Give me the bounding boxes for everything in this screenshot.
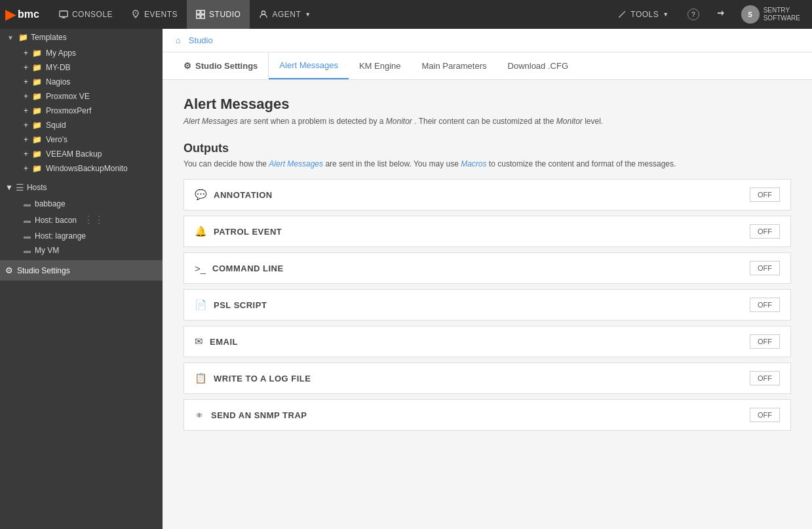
svg-point-3 xyxy=(135,12,136,14)
snmp-trap-icon: ⧧ xyxy=(195,410,204,421)
write-to-log-toggle-button[interactable]: OFF xyxy=(750,371,780,385)
sidebar-item-nagios[interactable]: + 📁 Nagios xyxy=(0,75,163,89)
outputs-desc-mid: are sent in the list below. You may use xyxy=(325,159,461,168)
output-row-write-to-log: 📋 WRITE TO A LOG FILE OFF xyxy=(184,362,791,394)
veeam-expand[interactable]: + xyxy=(24,149,28,159)
sidebar-host-my-vm[interactable]: ▬ My VM xyxy=(0,243,163,258)
top-navigation: ▶ bmc CONSOLE EVENTS STUDIO AGENT ▼ TOOL… xyxy=(0,0,812,29)
hosts-expand[interactable]: ▼ xyxy=(5,183,13,192)
sidebar-item-windows-backup[interactable]: + 📁 WindowsBackupMonito xyxy=(0,161,163,176)
sidebar-item-proxmox-perf[interactable]: + 📁 ProxmoxPerf xyxy=(0,104,163,118)
annotation-icon: 💬 xyxy=(195,189,207,201)
proxmox-ve-label: Proxmox VE xyxy=(46,92,90,101)
help-button[interactable]: ? xyxy=(681,0,706,29)
tab-studio-settings[interactable]: ⚙ Studio Settings xyxy=(173,53,269,79)
bacon-label: Host: bacon xyxy=(35,216,77,225)
desc-mid: are sent when a problem is detected by a xyxy=(240,117,386,126)
psl-script-toggle-button[interactable]: OFF xyxy=(750,298,780,312)
sidebar-item-proxmox-ve[interactable]: + 📁 Proxmox VE xyxy=(0,89,163,104)
svg-point-8 xyxy=(262,11,265,14)
my-db-label: MY-DB xyxy=(46,63,71,72)
nav-studio-label: STUDIO xyxy=(209,10,241,19)
command-line-icon: >_ xyxy=(195,263,206,274)
proxmox-perf-expand[interactable]: + xyxy=(24,106,28,115)
squid-expand[interactable]: + xyxy=(24,121,28,130)
sidebar-templates[interactable]: ▼ 📁 Templates xyxy=(0,29,163,46)
babbage-icon: ▬ xyxy=(24,200,31,208)
tab-km-engine[interactable]: KM Engine xyxy=(349,53,412,79)
drag-handle-bacon[interactable]: ⋮⋮ xyxy=(81,214,107,226)
alert-messages-term: Alert Messages xyxy=(184,117,238,126)
sidebar-item-veros[interactable]: + 📁 Vero's xyxy=(0,132,163,147)
nav-agent-label: AGENT xyxy=(272,10,301,19)
template-children: + 📁 My Apps + 📁 MY-DB + 📁 Nagios + 📁 Pro… xyxy=(0,46,163,176)
main-content: ⌂ Studio ⚙ Studio Settings Alert Message… xyxy=(163,29,812,529)
sidebar-host-babbage[interactable]: ▬ babbage xyxy=(0,197,163,211)
tab-alert-messages[interactable]: Alert Messages xyxy=(269,52,349,79)
desc-suffix: level. xyxy=(585,117,603,126)
macros-term: Macros xyxy=(461,159,486,168)
page-description: Alert Messages are sent when a problem i… xyxy=(184,117,791,126)
nav-console[interactable]: CONSOLE xyxy=(50,0,122,29)
windows-backup-expand[interactable]: + xyxy=(24,164,28,173)
nav-tools[interactable]: TOOLS ▼ xyxy=(608,0,678,29)
sidebar-hosts[interactable]: ▼ ☰ Hosts xyxy=(0,178,163,197)
veeam-folder-icon: 📁 xyxy=(32,149,42,159)
lagrange-label: Host: lagrange xyxy=(35,231,86,241)
email-toggle-button[interactable]: OFF xyxy=(750,334,780,349)
svg-rect-6 xyxy=(197,15,200,18)
hosts-children: ▬ babbage ▬ Host: bacon ⋮⋮ ▬ Host: lagra… xyxy=(0,197,163,258)
command-line-toggle-button[interactable]: OFF xyxy=(750,261,780,275)
veros-expand[interactable]: + xyxy=(24,135,28,144)
page-content-area: Alert Messages Alert Messages are sent w… xyxy=(163,80,812,452)
monitor-term2: Monitor xyxy=(556,117,583,126)
output-row-annotation: 💬 ANNOTATION OFF xyxy=(184,179,791,210)
nav-events[interactable]: EVENTS xyxy=(122,0,187,29)
breadcrumb-studio-link[interactable]: Studio xyxy=(189,35,213,45)
tab-main-parameters[interactable]: Main Parameters xyxy=(412,53,497,79)
home-icon[interactable]: ⌂ xyxy=(176,35,181,45)
snmp-trap-toggle-button[interactable]: OFF xyxy=(750,408,780,422)
app-logo[interactable]: ▶ bmc xyxy=(5,7,39,22)
nagios-label: Nagios xyxy=(46,77,70,87)
my-db-folder-icon: 📁 xyxy=(32,63,42,72)
share-button[interactable] xyxy=(708,0,732,29)
my-db-expand[interactable]: + xyxy=(24,63,28,72)
help-icon: ? xyxy=(687,9,699,20)
sidebar-item-my-apps[interactable]: + 📁 My Apps xyxy=(0,46,163,60)
sidebar-studio-settings[interactable]: ⚙ Studio Settings xyxy=(0,260,163,281)
templates-label: Templates xyxy=(31,33,157,42)
patrol-event-icon: 🔔 xyxy=(195,225,207,237)
settings-gear-icon-tab: ⚙ xyxy=(184,61,191,71)
email-icon: ✉ xyxy=(195,336,203,347)
sidebar-item-squid[interactable]: + 📁 Squid xyxy=(0,118,163,132)
hosts-folder-icon: ☰ xyxy=(16,182,24,193)
psl-script-icon: 📄 xyxy=(195,299,207,311)
sidebar-host-lagrange[interactable]: ▬ Host: lagrange xyxy=(0,229,163,243)
my-vm-label: My VM xyxy=(35,246,59,255)
write-to-log-icon: 📋 xyxy=(195,372,207,384)
veros-folder-icon: 📁 xyxy=(32,135,42,144)
nav-console-label: CONSOLE xyxy=(72,10,113,19)
nagios-expand[interactable]: + xyxy=(24,77,28,87)
squid-folder-icon: 📁 xyxy=(32,121,42,130)
tab-download-cfg[interactable]: Download .CFG xyxy=(497,53,579,79)
sidebar-item-my-db[interactable]: + 📁 MY-DB xyxy=(0,60,163,75)
nagios-folder-icon: 📁 xyxy=(32,77,42,87)
nav-studio[interactable]: STUDIO xyxy=(187,0,250,29)
proxmox-ve-folder-icon: 📁 xyxy=(32,92,42,101)
settings-gear-icon: ⚙ xyxy=(5,265,13,275)
main-params-tab-label: Main Parameters xyxy=(422,61,487,71)
sidebar-host-bacon[interactable]: ▬ Host: bacon ⋮⋮ xyxy=(0,211,163,229)
sidebar-item-veeam-backup[interactable]: + 📁 VEEAM Backup xyxy=(0,147,163,161)
proxmox-ve-expand[interactable]: + xyxy=(24,92,28,101)
studio-settings-tab-label: Studio Settings xyxy=(195,61,258,71)
studio-settings-label: Studio Settings xyxy=(17,266,70,275)
my-vm-icon: ▬ xyxy=(24,246,31,254)
annotation-toggle-button[interactable]: OFF xyxy=(750,187,780,202)
templates-expand[interactable]: ▼ xyxy=(5,32,16,43)
patrol-event-toggle-button[interactable]: OFF xyxy=(750,224,780,239)
nav-agent[interactable]: AGENT ▼ xyxy=(250,0,320,29)
my-apps-expand[interactable]: + xyxy=(24,49,28,58)
svg-rect-0 xyxy=(60,11,68,17)
